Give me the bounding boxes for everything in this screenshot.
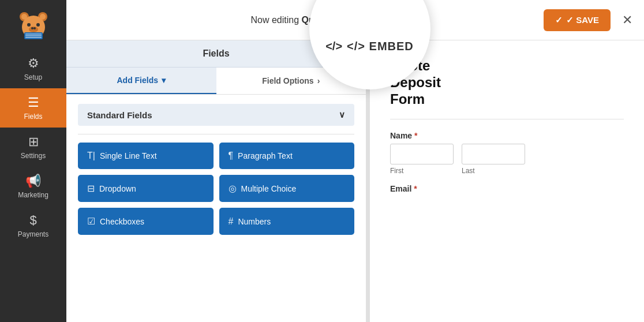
form-divider bbox=[390, 119, 624, 119]
form-title: QuoteDepositForm bbox=[390, 58, 624, 107]
divider bbox=[78, 134, 354, 134]
tabs: Add Fields ▾ Field Options › bbox=[66, 68, 366, 95]
sidebar-item-marketing[interactable]: 📢 Marketing bbox=[0, 167, 66, 206]
numbers-button[interactable]: # Numbers bbox=[219, 208, 355, 235]
single-line-text-icon: T| bbox=[87, 151, 95, 161]
tab-add-fields-label: Add Fields bbox=[117, 76, 158, 85]
marketing-icon: 📢 bbox=[25, 174, 41, 189]
sidebar-item-payments[interactable]: $ Payments bbox=[0, 206, 66, 245]
checkboxes-icon: ☑ bbox=[87, 216, 95, 227]
field-grid: T| Single Line Text ¶ Paragraph Text ⊟ D… bbox=[78, 143, 354, 235]
first-sublabel: First bbox=[390, 167, 454, 175]
svg-point-8 bbox=[31, 27, 33, 29]
embed-button[interactable]: </> </> EMBED bbox=[325, 40, 414, 53]
sidebar-item-label: Payments bbox=[18, 230, 48, 238]
paragraph-text-button[interactable]: ¶ Paragraph Text bbox=[219, 143, 355, 169]
gear-icon: ⚙ bbox=[28, 56, 39, 71]
first-name-group: First bbox=[390, 144, 454, 175]
embed-code-icon: </> bbox=[325, 40, 342, 53]
standard-fields-section[interactable]: Standard Fields ∨ bbox=[78, 104, 354, 126]
top-bar: Now editing Quote Deposi </> </> EMBED ✓… bbox=[66, 0, 644, 40]
fields-icon: ☰ bbox=[28, 95, 39, 110]
numbers-icon: # bbox=[229, 216, 234, 227]
tab-field-options-label: Field Options bbox=[262, 76, 313, 85]
sidebar-item-setup[interactable]: ⚙ Setup bbox=[0, 49, 66, 88]
dropdown-button[interactable]: ⊟ Dropdown bbox=[78, 175, 214, 202]
multiple-choice-button[interactable]: ◎ Multiple Choice bbox=[219, 175, 355, 202]
last-name-input[interactable] bbox=[462, 144, 525, 164]
sidebar-item-fields[interactable]: ☰ Fields bbox=[0, 88, 66, 128]
sidebar-item-label: Fields bbox=[24, 113, 42, 121]
checkmark-icon: ✓ bbox=[555, 15, 563, 25]
name-fields: First Last bbox=[390, 144, 624, 175]
svg-point-9 bbox=[33, 27, 36, 29]
sidebar: ⚙ Setup ☰ Fields ⊞ Settings 📢 Marketing … bbox=[0, 0, 66, 322]
svg-point-5 bbox=[27, 23, 31, 27]
chevron-right-icon: › bbox=[317, 76, 320, 85]
single-line-text-button[interactable]: T| Single Line Text bbox=[78, 143, 214, 169]
sidebar-item-label: Marketing bbox=[18, 191, 48, 199]
dropdown-icon: ⊟ bbox=[87, 183, 95, 194]
sidebar-item-label: Setup bbox=[24, 73, 42, 81]
first-name-input[interactable] bbox=[390, 144, 454, 164]
svg-point-7 bbox=[29, 27, 38, 32]
checkboxes-button[interactable]: ☑ Checkboxes bbox=[78, 208, 214, 235]
settings-icon: ⊞ bbox=[28, 134, 39, 149]
chevron-down-icon: ▾ bbox=[162, 76, 166, 85]
logo bbox=[13, 6, 54, 46]
last-sublabel: Last bbox=[462, 167, 525, 175]
svg-point-6 bbox=[36, 23, 40, 27]
name-label: Name * bbox=[390, 131, 624, 140]
editing-title: Now editing Quote Deposi bbox=[78, 15, 534, 25]
field-list: Standard Fields ∨ T| Single Line Text ¶ … bbox=[66, 95, 366, 322]
main-area: Now editing Quote Deposi </> </> EMBED ✓… bbox=[66, 0, 644, 322]
paragraph-icon: ¶ bbox=[229, 151, 234, 161]
close-button[interactable]: ✕ bbox=[622, 13, 632, 28]
payments-icon: $ bbox=[29, 213, 36, 228]
tab-add-fields[interactable]: Add Fields ▾ bbox=[66, 68, 216, 94]
multiple-choice-icon: ◎ bbox=[229, 183, 237, 194]
last-name-group: Last bbox=[462, 144, 525, 175]
sidebar-item-label: Settings bbox=[21, 152, 46, 160]
form-preview: QuoteDepositForm Name * First Last Email… bbox=[370, 40, 644, 322]
save-button[interactable]: ✓ ✓ SAVE bbox=[544, 9, 611, 31]
left-panel: Fields Add Fields ▾ Field Options › Stan… bbox=[66, 40, 366, 322]
email-label: Email * bbox=[390, 184, 624, 193]
sidebar-item-settings[interactable]: ⊞ Settings bbox=[0, 128, 66, 167]
section-chevron-icon: ∨ bbox=[339, 110, 345, 120]
section-label: Standard Fields bbox=[87, 110, 152, 120]
